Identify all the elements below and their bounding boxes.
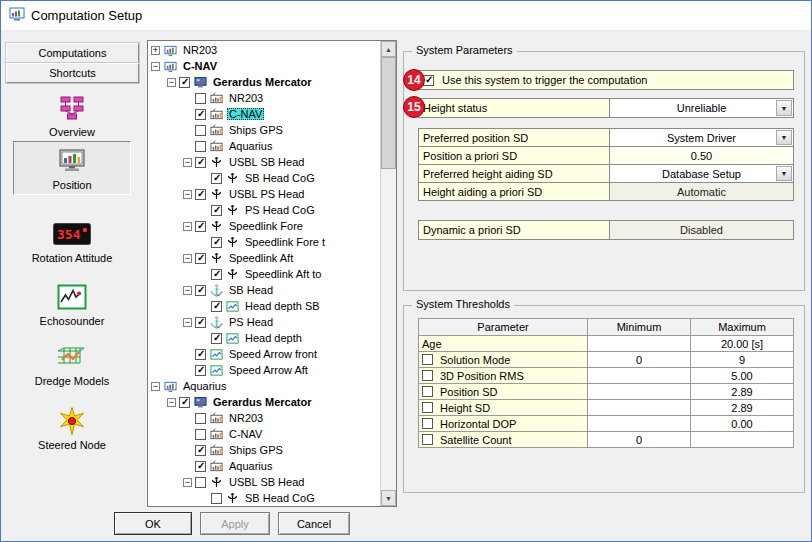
tree-expander-icon[interactable]: − [183, 318, 192, 327]
tree-item-c-nav[interactable]: C-NAV [148, 426, 380, 442]
tree-item-sb-head[interactable]: −⚓SB Head [148, 282, 380, 298]
horizontal-dop-max-value[interactable]: 0.00 [690, 415, 794, 432]
tree-checkbox[interactable] [195, 141, 206, 152]
tree-item-gerardus-mercator[interactable]: −Gerardus Mercator [148, 74, 380, 90]
height-status-value[interactable]: Unreliable▼ [610, 98, 794, 118]
horizontal-dop-checkbox[interactable] [422, 418, 433, 429]
tree-checkbox[interactable] [179, 77, 190, 88]
tree-checkbox[interactable] [195, 365, 206, 376]
sidebar-item-rotation-attitude[interactable]: 354Rotation Attitude [13, 215, 131, 267]
scroll-down-button[interactable]: ▼ [381, 490, 396, 506]
tree-checkbox[interactable] [195, 413, 206, 424]
3d-position-rms-max-value[interactable]: 5.00 [690, 367, 794, 384]
tree-checkbox[interactable] [195, 477, 206, 488]
height-sd-max-value[interactable]: 2.89 [690, 399, 794, 416]
tree-item-usbl-sb-head[interactable]: −USBL SB Head [148, 474, 380, 490]
tree-item-head-depth[interactable]: Head depth [148, 330, 380, 346]
tree-item-c-nav[interactable]: C-NAV [148, 106, 380, 122]
tree-checkbox[interactable] [211, 173, 222, 184]
tree-checkbox[interactable] [179, 397, 190, 408]
scroll-up-button[interactable]: ▲ [381, 41, 396, 57]
preferred-height-aiding-sd-value[interactable]: Database Setup▼ [610, 164, 794, 183]
dropdown-arrow-icon[interactable]: ▼ [776, 130, 792, 145]
tree-checkbox[interactable] [211, 301, 222, 312]
tree-item-head-depth-sb[interactable]: Head depth SB [148, 298, 380, 314]
tree-checkbox[interactable] [211, 205, 222, 216]
3d-position-rms-checkbox[interactable] [422, 370, 433, 381]
3d-position-rms-min-value[interactable] [587, 367, 691, 384]
horizontal-dop-min-value[interactable] [587, 415, 691, 432]
tree-expander-icon[interactable]: − [183, 158, 192, 167]
satellite-count-checkbox[interactable] [422, 434, 433, 445]
tree-item-aquarius[interactable]: Aquarius [148, 138, 380, 154]
sidebar-item-steered-node[interactable]: Steered Node [13, 402, 131, 454]
ok-button[interactable]: OK [114, 512, 192, 535]
tree-checkbox[interactable] [195, 445, 206, 456]
tree-checkbox[interactable] [195, 93, 206, 104]
tree-checkbox[interactable] [195, 429, 206, 440]
tree-item-ps-head[interactable]: −⚓PS Head [148, 314, 380, 330]
tree-item-nr203[interactable]: NR203 [148, 410, 380, 426]
tree-expander-icon[interactable]: − [167, 398, 176, 407]
dropdown-arrow-icon[interactable]: ▼ [776, 100, 792, 116]
tree-checkbox[interactable] [195, 221, 206, 232]
solution-mode-checkbox[interactable] [422, 354, 433, 365]
satellite-count-max-value[interactable] [690, 431, 794, 448]
tree-checkbox[interactable] [195, 317, 206, 328]
age-max-value[interactable]: 20.00 [s] [690, 335, 794, 352]
tree-item-sb-head-cog[interactable]: SB Head CoG [148, 170, 380, 186]
tree-expander-icon[interactable]: − [183, 254, 192, 263]
sidebar-item-echosounder[interactable]: Echosounder [13, 278, 131, 330]
tree-expander-icon[interactable]: − [151, 382, 160, 391]
shortcuts-button[interactable]: Shortcuts [6, 63, 139, 83]
sidebar-item-dredge-models[interactable]: Dredge Models [13, 338, 131, 390]
tree-expander-icon[interactable]: − [167, 78, 176, 87]
tree-item-usbl-ps-head[interactable]: −USBL PS Head [148, 186, 380, 202]
tree-item-speedlink-aft[interactable]: −Speedlink Aft [148, 250, 380, 266]
tree-item-nr203[interactable]: +NR203 [148, 42, 380, 58]
tree-checkbox[interactable] [211, 269, 222, 280]
tree-checkbox[interactable] [211, 333, 222, 344]
tree-expander-icon[interactable]: − [183, 190, 192, 199]
sidebar-item-overview[interactable]: Overview [13, 89, 131, 141]
tree-expander-icon[interactable]: − [151, 62, 160, 71]
solution-mode-max-value[interactable]: 9 [690, 351, 794, 368]
dropdown-arrow-icon[interactable]: ▼ [776, 166, 792, 181]
tree-checkbox[interactable] [195, 125, 206, 136]
tree-item-speedlink-fore-t[interactable]: Speedlink Fore t [148, 234, 380, 250]
height-sd-checkbox[interactable] [422, 402, 433, 413]
tree-item-aquarius[interactable]: Aquarius [148, 458, 380, 474]
tree-expander-icon[interactable]: − [183, 222, 192, 231]
tree-item-aquarius[interactable]: −Aquarius [148, 378, 380, 394]
tree-checkbox[interactable] [211, 237, 222, 248]
tree-item-nr203[interactable]: NR203 [148, 90, 380, 106]
tree-scrollbar[interactable]: ▲ ▼ [380, 41, 396, 506]
tree-item-speedlink-aft-to[interactable]: Speedlink Aft to [148, 266, 380, 282]
scrollbar-thumb[interactable] [381, 57, 396, 169]
preferred-position-sd-value[interactable]: System Driver▼ [610, 128, 794, 147]
cancel-button[interactable]: Cancel [278, 512, 350, 535]
solution-mode-min-value[interactable]: 0 [587, 351, 691, 368]
tree-item-ps-head-cog[interactable]: PS Head CoG [148, 202, 380, 218]
position-sd-min-value[interactable] [587, 383, 691, 400]
tree-item-ships-gps[interactable]: Ships GPS [148, 442, 380, 458]
sidebar-item-position[interactable]: Position [13, 141, 131, 195]
tree-item-gerardus-mercator[interactable]: −Gerardus Mercator [148, 394, 380, 410]
tree-checkbox[interactable] [211, 493, 222, 504]
position-sd-max-value[interactable]: 2.89 [690, 383, 794, 400]
tree-expander-icon[interactable]: + [151, 46, 160, 55]
tree-item-ships-gps[interactable]: Ships GPS [148, 122, 380, 138]
tree-item-sb-head-cog[interactable]: SB Head CoG [148, 490, 380, 506]
position-sd-checkbox[interactable] [422, 386, 433, 397]
height-sd-min-value[interactable] [587, 399, 691, 416]
tree-item-c-nav[interactable]: −C-NAV [148, 58, 380, 74]
position-a-priori-sd-value[interactable]: 0.50 [610, 146, 794, 165]
tree-checkbox[interactable] [195, 285, 206, 296]
tree-checkbox[interactable] [195, 253, 206, 264]
tree-expander-icon[interactable]: − [183, 286, 192, 295]
computations-button[interactable]: Computations [6, 43, 139, 63]
age-min-value[interactable] [587, 335, 691, 352]
tree-item-speedlink-fore[interactable]: −Speedlink Fore [148, 218, 380, 234]
tree-checkbox[interactable] [195, 349, 206, 360]
satellite-count-min-value[interactable]: 0 [587, 431, 691, 448]
